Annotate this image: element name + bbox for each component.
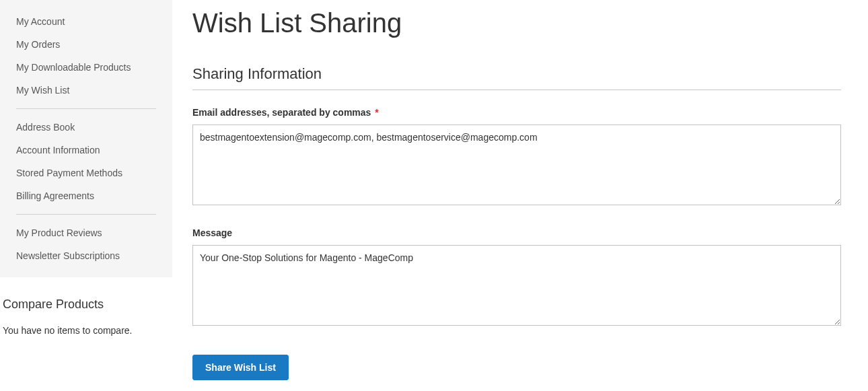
message-textarea[interactable] [192, 245, 841, 326]
sharing-section-title: Sharing Information [192, 65, 841, 90]
message-field-wrapper: Message [192, 227, 841, 328]
sidebar-item-my-orders[interactable]: My Orders [0, 33, 172, 56]
sidebar-item-downloadable-products[interactable]: My Downloadable Products [0, 56, 172, 79]
share-wish-list-button[interactable]: Share Wish List [192, 355, 289, 380]
sidebar-nav: My Account My Orders My Downloadable Pro… [0, 0, 172, 277]
page-title: Wish List Sharing [192, 8, 841, 38]
email-label: Email addresses, separated by commas * [192, 107, 841, 118]
sidebar-item-my-wish-list[interactable]: My Wish List [0, 79, 172, 102]
sidebar-divider [16, 214, 156, 215]
email-addresses-textarea[interactable] [192, 125, 841, 205]
required-mark: * [375, 107, 378, 118]
sidebar-item-account-information[interactable]: Account Information [0, 139, 172, 162]
sidebar-divider [16, 108, 156, 109]
email-field-wrapper: Email addresses, separated by commas * [192, 107, 841, 207]
compare-products-block: Compare Products You have no items to co… [0, 297, 172, 336]
sidebar-item-newsletter-subscriptions[interactable]: Newsletter Subscriptions [0, 244, 172, 267]
sidebar-item-product-reviews[interactable]: My Product Reviews [0, 221, 172, 244]
sidebar-item-billing-agreements[interactable]: Billing Agreements [0, 184, 172, 207]
sidebar-item-stored-payment-methods[interactable]: Stored Payment Methods [0, 162, 172, 184]
sidebar-item-my-account[interactable]: My Account [0, 10, 172, 33]
compare-title: Compare Products [3, 297, 172, 312]
compare-empty-message: You have no items to compare. [3, 325, 172, 336]
account-sidebar: My Account My Orders My Downloadable Pro… [0, 0, 172, 380]
message-label: Message [192, 227, 841, 238]
email-label-text: Email addresses, separated by commas [192, 107, 371, 118]
sidebar-item-address-book[interactable]: Address Book [0, 116, 172, 139]
main-content: Wish List Sharing Sharing Information Em… [172, 0, 868, 380]
